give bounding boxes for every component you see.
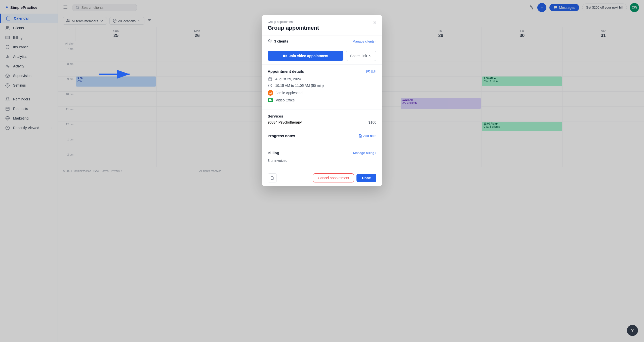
billing-status: 3 uninvoiced [268,159,288,163]
modal-overlay[interactable]: Group appointment Group appointment ✕ 3 … [0,0,644,342]
edit-label: Edit [371,69,376,73]
detail-date-row: August 29, 2024 [268,77,376,81]
progress-notes-title: Progress notes [268,134,295,138]
services-row: 90834 Psychotherapy $100 [268,120,376,124]
calendar-detail-icon [268,77,273,81]
modal-title: Group appointment [268,25,376,31]
service-code: 90834 Psychotherapy [268,120,302,124]
appointment-details-section: Appointment details Edit August 29, 2024… [262,65,382,109]
share-link-label: Share Link [350,54,367,58]
provider-avatar: JA [268,90,273,96]
svg-marker-44 [271,99,272,101]
cancel-appointment-label: Cancel appointment [318,176,349,180]
clients-count-area: 3 clients [268,39,288,44]
service-amount: $100 [369,120,376,124]
appt-details-title: Appointment details [268,69,304,73]
modal-close-button[interactable]: ✕ [371,19,378,26]
trash-icon [270,176,274,180]
billing-status-row: 3 uninvoiced [268,159,376,163]
done-button[interactable]: Done [356,174,376,182]
video-office-icon [268,98,273,102]
group-clients-icon [268,39,272,44]
billing-section: Billing Manage billing › 3 uninvoiced [262,146,382,170]
billing-title: Billing [268,151,279,155]
manage-clients-label: Manage clients [352,40,374,43]
svg-rect-39 [269,78,272,81]
delete-button[interactable] [268,173,277,182]
edit-link[interactable]: Edit [366,69,376,73]
appointment-date: August 29, 2024 [275,77,301,81]
add-note-label: Add note [363,134,376,138]
svg-rect-38 [283,55,286,57]
share-link-button[interactable]: Share Link [346,51,376,61]
manage-clients-link[interactable]: Manage clients › [352,40,376,43]
detail-provider-row: JA Jamie Appleseed [268,90,376,96]
add-note-link[interactable]: Add note [359,134,376,138]
services-title: Services [268,114,376,118]
detail-location-row: Video Office [268,98,376,102]
manage-billing-label: Manage billing [353,151,374,155]
billing-header: Billing Manage billing › [268,151,376,155]
svg-marker-37 [286,55,287,57]
section-header: Appointment details Edit [268,69,376,73]
cancel-appointment-button[interactable]: Cancel appointment [313,173,354,182]
join-video-button[interactable]: Join video appointment [268,51,343,61]
chevron-right-icon: › [375,40,376,43]
appointment-time: 10:15 AM to 11:05 AM (50 min) [275,84,324,88]
services-section: Services 90834 Psychotherapy $100 [262,109,382,129]
provider-name: Jamie Appleseed [276,91,303,95]
done-label: Done [362,176,371,180]
detail-time-row: 10:15 AM to 11:05 AM (50 min) [268,84,376,88]
modal-footer: Cancel appointment Done [262,170,382,186]
add-note-icon [359,134,362,138]
svg-rect-45 [269,99,271,101]
video-camera-icon [283,54,287,58]
progress-notes-section: Progress notes Add note [262,129,382,146]
modal-header: Group appointment Group appointment ✕ [262,15,382,35]
join-video-label: Join video appointment [289,54,328,58]
clients-count: 3 clients [274,39,288,43]
clock-icon [268,84,273,88]
chevron-right-billing-icon: › [375,151,376,155]
modal-label: Group appointment [268,20,376,24]
edit-icon [366,70,370,73]
appointment-location: Video Office [276,98,295,102]
group-appointment-modal: Group appointment Group appointment ✕ 3 … [262,15,382,186]
chevron-down-share-icon [369,54,372,58]
progress-notes-header: Progress notes Add note [268,134,376,138]
modal-actions: Join video appointment Share Link [262,47,382,65]
svg-point-36 [269,40,270,41]
manage-billing-link[interactable]: Manage billing › [353,151,376,155]
modal-clients-row: 3 clients Manage clients › [262,35,382,47]
